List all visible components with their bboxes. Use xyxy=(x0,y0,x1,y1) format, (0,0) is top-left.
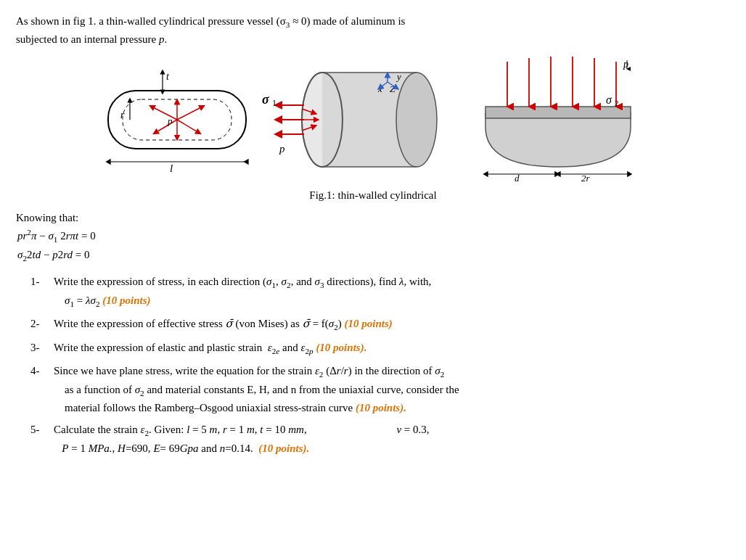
svg-text:t: t xyxy=(166,71,170,82)
svg-point-18 xyxy=(396,73,437,167)
q4-text: Since we have plane stress, write the eq… xyxy=(54,363,730,416)
knowing-section: Knowing that: pr2π − σ1 2rπt = 0 σ22td −… xyxy=(16,212,730,265)
svg-text:p: p xyxy=(167,115,173,126)
question-1: 1- Write the expression of stress, in ea… xyxy=(30,273,730,310)
svg-line-11 xyxy=(155,120,177,133)
svg-text:d: d xyxy=(515,173,520,184)
knowing-title: Knowing that: xyxy=(16,212,730,224)
figure-cylinder: σ 1 p y x Z xyxy=(261,54,456,185)
svg-text:σ: σ xyxy=(606,94,612,106)
svg-text:2r: 2r xyxy=(581,173,591,184)
svg-line-12 xyxy=(177,120,199,133)
svg-text:r: r xyxy=(120,110,125,120)
q5-num: 5- xyxy=(30,421,54,438)
question-2: 2- Write the expression of effective str… xyxy=(30,316,730,334)
svg-text:2: 2 xyxy=(615,99,619,107)
question-3: 3- Write the expression of elastic and p… xyxy=(30,339,730,358)
q4-num: 4- xyxy=(30,363,54,379)
svg-line-8 xyxy=(177,107,202,120)
svg-text:y: y xyxy=(395,71,401,82)
svg-line-7 xyxy=(152,107,177,120)
knowing-eq1: pr2π − σ1 2rπt = 0 xyxy=(17,226,730,246)
q5-text: Calculate the strain ε2. Given: l = 5 m,… xyxy=(54,421,730,457)
q3-num: 3- xyxy=(30,339,54,356)
questions-list: 1- Write the expression of stress, in ea… xyxy=(30,273,730,457)
intro-paragraph: As shown in fig 1. a thin-walled cylindr… xyxy=(16,13,730,47)
knowing-eq2: σ22td − p2rd = 0 xyxy=(17,246,730,265)
question-5: 5- Calculate the strain ε2. Given: l = 5… xyxy=(30,421,730,457)
figures-container: r t p l xyxy=(16,54,730,185)
q2-num: 2- xyxy=(30,316,54,332)
svg-text:p: p xyxy=(279,143,285,155)
svg-text:l: l xyxy=(170,162,173,174)
svg-text:1: 1 xyxy=(272,98,276,108)
svg-text:σ: σ xyxy=(262,92,270,107)
fig-caption: Fig.1: thin-walled cylindrical xyxy=(16,189,730,202)
figure-cross-section: r t p l xyxy=(101,54,253,185)
figure-half-cylinder: p σ 2 d 2r xyxy=(464,54,645,185)
question-4: 4- Since we have plane stress, write the… xyxy=(30,363,730,416)
q2-text: Write the expression of effective stress… xyxy=(54,316,730,334)
q3-text: Write the expression of elastic and plas… xyxy=(54,339,730,358)
svg-rect-37 xyxy=(485,107,631,118)
q1-text: Write the expression of stress, in each … xyxy=(54,273,730,310)
svg-text:p: p xyxy=(623,59,628,70)
q1-num: 1- xyxy=(30,273,54,290)
